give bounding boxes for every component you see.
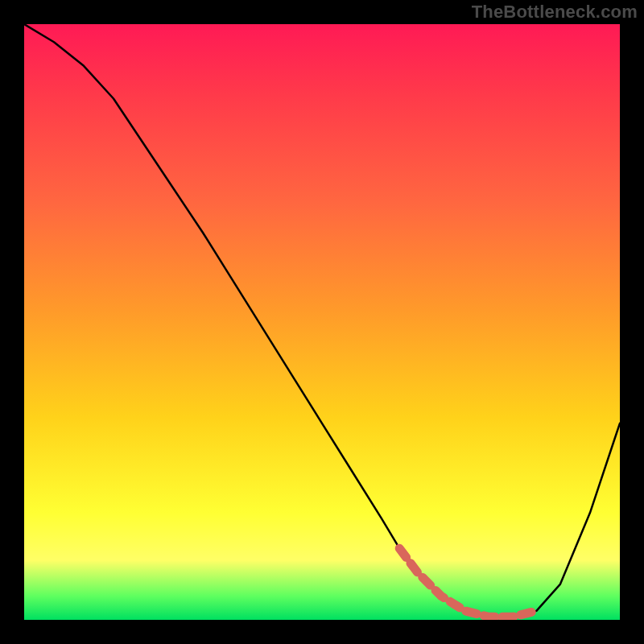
chart-root: TheBottleneck.com <box>0 0 644 644</box>
optimal-band <box>399 548 536 617</box>
bottleneck-curve <box>24 24 620 617</box>
curve-layer <box>24 24 620 620</box>
watermark-text: TheBottleneck.com <box>472 2 638 23</box>
plot-area <box>24 24 620 620</box>
